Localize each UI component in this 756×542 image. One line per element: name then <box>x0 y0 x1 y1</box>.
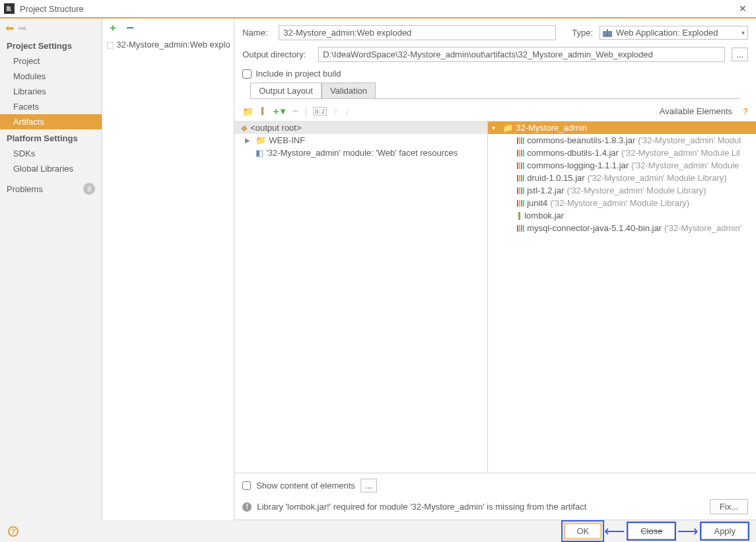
warning-text: Library 'lombok.jar!' required for modul… <box>257 502 586 512</box>
include-build-label: Include in project build <box>256 69 341 79</box>
create-dir-icon[interactable]: 📁 <box>242 106 254 117</box>
library-note: ('32-Mystore_admin' Module <box>631 160 739 170</box>
remove-item-button[interactable]: − <box>292 104 299 118</box>
outdir-input[interactable] <box>318 47 725 62</box>
library-node[interactable]: commons-logging-1.1.1.jar ('32-Mystore_a… <box>488 159 756 172</box>
problems-label: Problems <box>7 184 43 194</box>
root-icon: ◆ <box>241 123 248 133</box>
type-label: Type: <box>572 28 593 38</box>
app-icon <box>4 3 15 14</box>
project-label: 32-Mystore_admin <box>516 123 587 133</box>
sidebar-item-artifacts[interactable]: Artifacts <box>0 114 102 129</box>
annotation-arrow-icon: ⟶ <box>677 523 699 540</box>
sidebar-item-project[interactable]: Project <box>0 53 102 69</box>
nav-back-icon[interactable]: ⬅ <box>5 22 14 34</box>
sidebar-item-problems[interactable]: Problems 8 <box>0 176 102 197</box>
sidebar-item-sdks[interactable]: SDKs <box>0 146 102 161</box>
artifact-list: ＋ − ⬚ 32-Mystore_admin:Web explo <box>102 18 234 520</box>
available-project-node[interactable]: ▾ 📁 32-Mystore_admin <box>488 121 756 134</box>
library-node[interactable]: junit4 ('32-Mystore_admin' Module Librar… <box>488 197 756 209</box>
footer: ? OK ⟵ Close ⟶ Apply <box>0 520 756 542</box>
library-name: commons-logging-1.1.1.jar <box>527 160 629 170</box>
jar-icon <box>518 212 520 220</box>
show-content-browse[interactable]: ... <box>361 479 377 492</box>
sort-icon[interactable]: a↓z <box>313 107 327 116</box>
library-icon <box>517 187 524 194</box>
archive-icon[interactable] <box>260 106 265 117</box>
nav-forward-icon[interactable]: ➡ <box>18 22 26 34</box>
library-node[interactable]: jstl-1.2.jar ('32-Mystore_admin' Module … <box>488 184 756 197</box>
library-name: mysql-connector-java-5.1.40-bin.jar <box>527 223 662 233</box>
remove-artifact-button[interactable]: − <box>126 20 134 36</box>
show-content-label: Show content of elements <box>256 481 355 491</box>
problems-count-badge: 8 <box>83 183 95 195</box>
webinf-node[interactable]: ▶ 📁 WEB-INF <box>234 134 487 147</box>
sidebar-item-global-libraries[interactable]: Global Libraries <box>0 161 102 176</box>
add-copy-button[interactable]: ＋▾ <box>271 106 285 118</box>
tab-output-layout[interactable]: Output Layout <box>250 83 322 98</box>
help-icon[interactable]: ? <box>743 106 748 116</box>
section-project-settings: Project Settings <box>0 37 102 53</box>
outdir-label: Output directory: <box>242 50 312 59</box>
library-icon <box>517 175 524 182</box>
library-name: lombok.jar <box>524 211 564 220</box>
show-content-checkbox[interactable] <box>242 481 251 490</box>
ok-button[interactable]: OK <box>564 523 601 539</box>
library-name: commons-beanutils-1.8.3.jar <box>527 135 635 145</box>
module-icon: ◧ <box>256 148 263 158</box>
library-node[interactable]: commons-beanutils-1.8.3.jar ('32-Mystore… <box>488 134 756 147</box>
output-layout-tree[interactable]: ◆ <output root> ▶ 📁 WEB-INF ◧ '32-Mystor… <box>234 121 488 473</box>
available-elements-label: Available Elements <box>660 106 732 116</box>
section-platform-settings: Platform Settings <box>0 129 102 146</box>
facet-resources-node[interactable]: ◧ '32-Mystore_admin' module: 'Web' facet… <box>234 147 487 159</box>
sidebar-item-facets[interactable]: Facets <box>0 99 102 114</box>
type-select[interactable]: Web Application: Exploded ▾ <box>600 26 748 40</box>
library-note: ('32-Mystore_admin' Modul <box>638 135 741 145</box>
chevron-down-icon[interactable]: ▾ <box>492 124 500 131</box>
library-icon <box>517 162 524 169</box>
sidebar-item-modules[interactable]: Modules <box>0 69 102 84</box>
artifact-name: 32-Mystore_admin:Web explo <box>116 40 230 50</box>
gift-icon <box>603 29 612 37</box>
artifact-list-item[interactable]: ⬚ 32-Mystore_admin:Web explo <box>102 37 234 52</box>
library-node[interactable]: mysql-connector-java-5.1.40-bin.jar ('32… <box>488 222 756 234</box>
library-name: junit4 <box>527 198 547 208</box>
library-note: ('32-Mystore_admin' Module Library) <box>550 198 689 208</box>
library-note: ('32-Mystore_admin' Module Library) <box>567 186 706 195</box>
include-build-checkbox[interactable] <box>242 69 252 79</box>
window-close-button[interactable]: ✕ <box>734 3 752 14</box>
close-button[interactable]: Close <box>628 523 675 539</box>
name-label: Name: <box>242 28 272 38</box>
name-input[interactable] <box>279 25 556 40</box>
footer-help-icon[interactable]: ? <box>8 526 18 537</box>
library-note: ('32-Mystore_admin' Module Lil <box>621 148 740 158</box>
library-node[interactable]: commons-dbutils-1.4.jar ('32-Mystore_adm… <box>488 147 756 159</box>
sidebar: ⬅ ➡ Project Settings Project Modules Lib… <box>0 18 102 520</box>
annotation-arrow-icon: ⟵ <box>604 523 625 540</box>
library-node[interactable]: lombok.jar <box>488 209 756 222</box>
library-note: ('32-Mystore_admin' <box>664 223 741 233</box>
titlebar: Project Structure ✕ <box>0 0 756 18</box>
webinf-label: WEB-INF <box>269 135 305 145</box>
add-artifact-button[interactable]: ＋ <box>108 21 118 35</box>
available-elements-tree[interactable]: ▾ 📁 32-Mystore_admin commons-beanutils-1… <box>488 121 756 473</box>
sidebar-item-libraries[interactable]: Libraries <box>0 84 102 99</box>
window-title: Project Structure <box>20 4 734 14</box>
library-icon <box>517 200 524 207</box>
library-name: jstl-1.2.jar <box>527 186 564 195</box>
output-root-label: <output root> <box>250 123 301 133</box>
move-down-icon[interactable]: ↓ <box>345 106 349 117</box>
tab-validation[interactable]: Validation <box>322 83 376 98</box>
library-icon <box>517 137 524 144</box>
fix-button[interactable]: Fix... <box>710 499 748 514</box>
apply-button[interactable]: Apply <box>701 523 748 539</box>
browse-button[interactable]: ... <box>732 48 748 61</box>
warning-icon: ! <box>242 502 252 512</box>
chevron-right-icon[interactable]: ▶ <box>245 137 253 144</box>
library-note: ('32-Mystore_admin' Module Library) <box>588 173 727 183</box>
output-root-node[interactable]: ◆ <output root> <box>234 121 487 134</box>
library-node[interactable]: druid-1.0.15.jar ('32-Mystore_admin' Mod… <box>488 172 756 184</box>
type-value: Web Application: Exploded <box>616 28 741 38</box>
content-area: Name: Type: Web Application: Exploded ▾ … <box>234 18 756 520</box>
move-up-icon[interactable]: ↑ <box>333 106 338 117</box>
